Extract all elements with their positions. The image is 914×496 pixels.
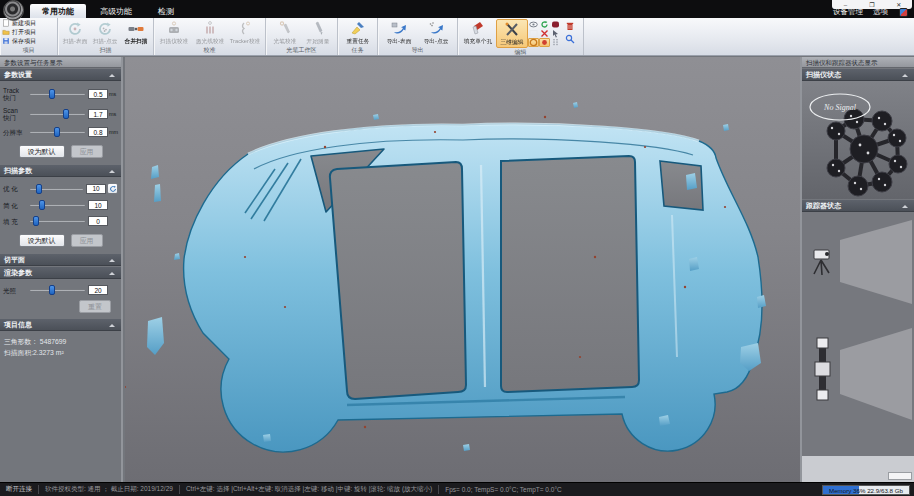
slider-thumb[interactable] bbox=[63, 109, 69, 119]
scan-shutter-slider[interactable] bbox=[30, 109, 85, 119]
button-label: 导出-点云 bbox=[424, 37, 449, 46]
slider-label: 填 充 bbox=[3, 218, 27, 225]
button-label: Tracker校准 bbox=[230, 37, 261, 46]
apply-button[interactable]: 应用 bbox=[71, 145, 103, 158]
delete-selection-icon[interactable] bbox=[539, 29, 550, 38]
app-logo-icon[interactable] bbox=[3, 0, 24, 21]
fill-value[interactable] bbox=[88, 216, 108, 226]
trash-icon[interactable] bbox=[565, 21, 575, 31]
fill-slider[interactable] bbox=[30, 216, 85, 226]
info-icon[interactable] bbox=[899, 8, 908, 17]
unit-label: ms bbox=[108, 111, 118, 117]
scanner-calibration-button[interactable]: 扫描仪校准 bbox=[156, 19, 192, 46]
scan-pointcloud-button[interactable]: 扫描-点云 bbox=[90, 19, 120, 46]
tab-inspection[interactable]: 检测 bbox=[146, 4, 186, 18]
save-project-button[interactable]: 保存项目 bbox=[2, 37, 55, 45]
cursor-select-icon[interactable] bbox=[550, 29, 561, 38]
section-title: 切平面 bbox=[4, 256, 25, 263]
edit-3d-button[interactable]: 三维编辑 bbox=[496, 19, 528, 48]
resolution-slider[interactable] bbox=[30, 127, 85, 137]
button-label: 重置任务 bbox=[346, 37, 369, 46]
ribbon-toolbar: 新建项目 打开项目 保存项目 项目 扫描-表面 bbox=[0, 18, 914, 56]
viewport-3d[interactable] bbox=[125, 57, 800, 482]
section-render-parameters[interactable]: 渲染参数 bbox=[0, 267, 121, 279]
collapse-arrow-icon bbox=[109, 170, 115, 173]
ellipse-select-icon[interactable] bbox=[528, 38, 539, 47]
rectangle-select-icon[interactable] bbox=[528, 29, 539, 38]
section-title: 参数设置 bbox=[4, 71, 32, 78]
track-shutter-value[interactable] bbox=[88, 89, 108, 99]
slider-thumb[interactable] bbox=[49, 89, 55, 99]
solid-fill-icon[interactable] bbox=[550, 20, 561, 29]
section-scanner-status[interactable]: 扫描仪状态 bbox=[802, 69, 914, 81]
lighting-slider[interactable] bbox=[30, 285, 85, 295]
device-management-menu[interactable]: 设备管理 bbox=[833, 7, 863, 17]
tab-advanced-functions[interactable]: 高级功能 bbox=[88, 4, 144, 18]
zoom-tool-icon[interactable] bbox=[565, 34, 575, 44]
reset-task-button[interactable]: 重置任务 bbox=[340, 19, 375, 46]
tab-common-functions[interactable]: 常用功能 bbox=[30, 4, 86, 18]
button-label: 扫描仪校准 bbox=[160, 37, 189, 46]
slider-thumb[interactable] bbox=[39, 200, 45, 210]
scan-shutter-value[interactable] bbox=[88, 109, 108, 119]
probe-calibration-icon bbox=[276, 20, 294, 37]
button-label: 三维编辑 bbox=[501, 38, 524, 47]
edit-mini-toolbar bbox=[528, 19, 561, 48]
group-label: 导出 bbox=[378, 46, 457, 55]
set-default-button[interactable]: 设为默认 bbox=[19, 145, 65, 158]
scanner-preview: No Signal bbox=[802, 81, 914, 199]
track-shutter-slider[interactable] bbox=[30, 89, 85, 99]
button-label: 填充单个孔 bbox=[464, 37, 493, 46]
resize-grip[interactable] bbox=[888, 472, 912, 480]
optimize-value[interactable] bbox=[86, 184, 106, 194]
section-scan-parameters[interactable]: 扫描参数 bbox=[0, 165, 121, 177]
apply-button[interactable]: 应用 bbox=[71, 234, 103, 247]
reset-button[interactable]: 重置 bbox=[79, 300, 111, 313]
section-parameter-settings[interactable]: 参数设置 bbox=[0, 69, 121, 81]
memory-indicator: Memory 36% 22.9/63.8 Gb bbox=[822, 485, 910, 495]
button-label: 打开项目 bbox=[12, 28, 36, 37]
fill-single-hole-button[interactable]: 填充单个孔 bbox=[460, 19, 496, 48]
slider-thumb[interactable] bbox=[33, 216, 39, 226]
visibility-icon[interactable] bbox=[528, 20, 539, 29]
slider-thumb[interactable] bbox=[54, 127, 60, 137]
refresh-selection-icon[interactable] bbox=[539, 20, 550, 29]
tracker-camera-icon bbox=[814, 250, 829, 275]
slider-thumb[interactable] bbox=[36, 184, 42, 194]
section-tracker-status[interactable]: 跟踪器状态 bbox=[802, 200, 914, 212]
connection-status[interactable]: 断开连接 bbox=[0, 485, 38, 494]
refresh-optimize-button[interactable] bbox=[107, 183, 118, 194]
license-info: 软件授权类型: 通用 ； 截止日期: 2019/12/29 bbox=[39, 485, 179, 494]
export-pointcloud-button[interactable]: 导出-点云 bbox=[418, 19, 456, 46]
collapse-arrow-icon bbox=[109, 259, 115, 262]
export-surface-button[interactable]: 导出-表面 bbox=[380, 19, 418, 46]
tracker-preview bbox=[802, 212, 914, 457]
simplify-value[interactable] bbox=[88, 200, 108, 210]
simplify-slider[interactable] bbox=[30, 200, 85, 210]
status-panel-header: 扫描仪和跟踪器状态显示 bbox=[802, 57, 914, 68]
open-project-icon bbox=[2, 28, 10, 36]
options-menu[interactable]: 选项 bbox=[873, 7, 888, 17]
resolution-value[interactable] bbox=[88, 127, 108, 137]
tracker-calibration-button[interactable]: Tracker校准 bbox=[227, 19, 263, 46]
open-project-button[interactable]: 打开项目 bbox=[2, 28, 55, 36]
scanner-device-image: No Signal bbox=[802, 81, 914, 199]
laser-calibration-button[interactable]: 激光线校准 bbox=[192, 19, 228, 46]
set-default-button[interactable]: 设为默认 bbox=[19, 234, 65, 247]
section-project-info[interactable]: 项目信息 bbox=[0, 319, 121, 331]
section-cut-plane[interactable]: 切平面 bbox=[0, 254, 121, 266]
scan-surface-button[interactable]: 扫描-表面 bbox=[60, 19, 90, 46]
probe-calibration-button[interactable]: 光笔校准 bbox=[268, 19, 302, 46]
optimize-slider[interactable] bbox=[30, 184, 83, 194]
close-button[interactable]: ✕ bbox=[889, 2, 909, 8]
slider-thumb[interactable] bbox=[49, 285, 55, 295]
lighting-value[interactable] bbox=[88, 285, 108, 295]
car-body-scan-model[interactable] bbox=[125, 57, 800, 482]
group-label: 校准 bbox=[154, 46, 265, 55]
merge-scan-button[interactable]: 合并扫描 bbox=[121, 19, 151, 46]
start-measure-button[interactable]: 开始测量 bbox=[302, 19, 336, 46]
paint-select-icon[interactable] bbox=[539, 38, 550, 47]
sort-list-icon[interactable] bbox=[550, 38, 561, 47]
collapse-arrow-icon bbox=[902, 74, 908, 77]
status-bar: 断开连接 软件授权类型: 通用 ； 截止日期: 2019/12/29 Ctrl+… bbox=[0, 482, 914, 496]
